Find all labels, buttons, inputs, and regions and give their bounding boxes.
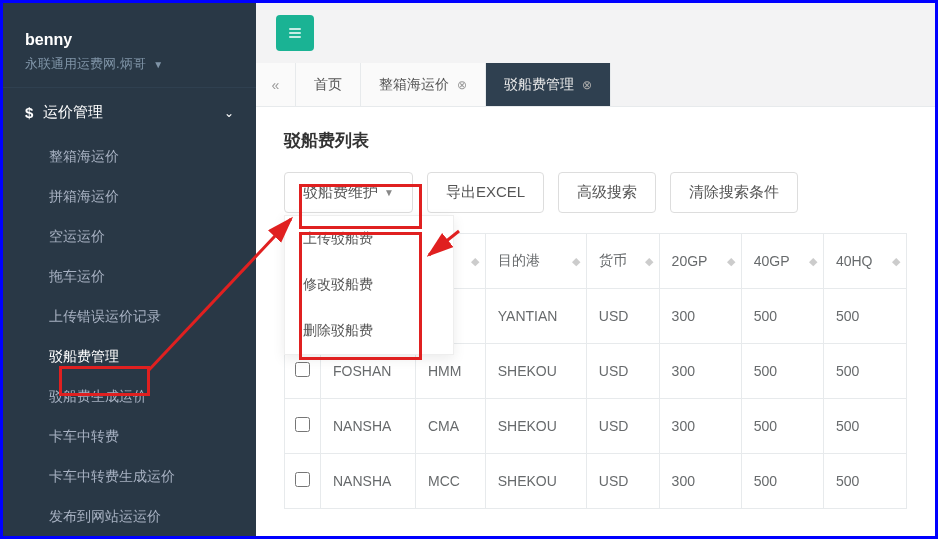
sort-icon: ◆ [471, 258, 479, 265]
cell-20gp: 300 [659, 454, 741, 509]
sidebar-item[interactable]: 上传错误运价记录 [3, 297, 256, 337]
sidebar-item[interactable]: 卡车中转费 [3, 417, 256, 457]
dropdown-item[interactable]: 上传驳船费 [285, 216, 453, 262]
export-excel-button[interactable]: 导出EXCEL [427, 172, 544, 213]
cell-destination: SHEKOU [485, 344, 586, 399]
cell-40gp: 500 [741, 344, 823, 399]
caret-down-icon: ▼ [384, 187, 394, 198]
dollar-icon: $ [25, 104, 33, 121]
cell-20gp: 300 [659, 289, 741, 344]
th-currency[interactable]: 货币◆ [586, 234, 659, 289]
sidebar-item[interactable]: 驳船费生成运价 [3, 377, 256, 417]
cell-currency: USD [586, 289, 659, 344]
sidebar-item[interactable]: 发布到网站运运价 [3, 497, 256, 537]
tab[interactable]: 整箱海运价⊗ [361, 63, 486, 106]
tab[interactable]: 首页 [296, 63, 361, 106]
cell-currency: USD [586, 344, 659, 399]
double-chevron-left-icon: « [272, 77, 280, 93]
cell-40hq: 500 [823, 399, 906, 454]
cell-currency: USD [586, 399, 659, 454]
panel-title: 驳船费列表 [284, 129, 907, 152]
maintain-dropdown-menu: 上传驳船费修改驳船费删除驳船费 [284, 215, 454, 355]
cell-40gp: 500 [741, 399, 823, 454]
th-40gp[interactable]: 40GP◆ [741, 234, 823, 289]
sort-icon: ◆ [645, 258, 653, 265]
sidebar-item[interactable]: 拼箱海运价 [3, 177, 256, 217]
cell-currency: USD [586, 454, 659, 509]
dropdown-item[interactable]: 删除驳船费 [285, 308, 453, 354]
chevron-down-icon: ⌄ [224, 106, 234, 120]
hamburger-button[interactable] [276, 15, 314, 51]
row-checkbox[interactable] [295, 362, 310, 377]
cell-origin: NANSHA [321, 399, 416, 454]
hamburger-icon [287, 26, 303, 40]
sidebar-section-freight[interactable]: $ 运价管理 ⌄ [3, 88, 256, 137]
th-destination[interactable]: 目的港◆ [485, 234, 586, 289]
cell-destination: SHEKOU [485, 454, 586, 509]
tab-label: 整箱海运价 [379, 76, 449, 94]
advanced-search-button[interactable]: 高级搜索 [558, 172, 656, 213]
cell-company: MCC [416, 454, 486, 509]
cell-destination: YANTIAN [485, 289, 586, 344]
cell-origin: NANSHA [321, 454, 416, 509]
sidebar-username: benny [25, 31, 234, 49]
tab-label: 首页 [314, 76, 342, 94]
sidebar-section-label: 运价管理 [43, 103, 103, 122]
sidebar-item[interactable]: 拖车运价 [3, 257, 256, 297]
caret-down-icon: ▼ [153, 59, 163, 70]
cell-destination: SHEKOU [485, 399, 586, 454]
clear-search-button[interactable]: 清除搜索条件 [670, 172, 798, 213]
tab[interactable]: 驳船费管理⊗ [486, 63, 611, 106]
cell-company: CMA [416, 399, 486, 454]
maintain-dropdown-button[interactable]: 驳船费维护 ▼ [284, 172, 413, 213]
table-row: NANSHACMASHEKOUUSD300500500 [285, 399, 907, 454]
sidebar-item[interactable]: 驳船费管理 [3, 337, 256, 377]
close-icon[interactable]: ⊗ [582, 78, 592, 92]
sidebar-company[interactable]: 永联通用运费网.炳哥 ▼ [25, 55, 234, 73]
close-icon[interactable]: ⊗ [457, 78, 467, 92]
content-panel: 驳船费列表 驳船费维护 ▼ 上传驳船费修改驳船费删除驳船费 导出EXCEL 高级… [256, 107, 935, 536]
cell-40gp: 500 [741, 454, 823, 509]
sort-icon: ◆ [892, 258, 900, 265]
tab-label: 驳船费管理 [504, 76, 574, 94]
table-row: NANSHAMCCSHEKOUUSD300500500 [285, 454, 907, 509]
sort-icon: ◆ [809, 258, 817, 265]
cell-40hq: 500 [823, 454, 906, 509]
dropdown-item[interactable]: 修改驳船费 [285, 262, 453, 308]
cell-20gp: 300 [659, 399, 741, 454]
sort-icon: ◆ [727, 258, 735, 265]
cell-20gp: 300 [659, 344, 741, 399]
tabs-back-button[interactable]: « [256, 63, 296, 106]
cell-40hq: 500 [823, 344, 906, 399]
sidebar: benny 永联通用运费网.炳哥 ▼ $ 运价管理 ⌄ 整箱海运价拼箱海运价空运… [3, 3, 256, 536]
th-40hq[interactable]: 40HQ◆ [823, 234, 906, 289]
sort-icon: ◆ [572, 258, 580, 265]
topbar [256, 3, 935, 63]
th-20gp[interactable]: 20GP◆ [659, 234, 741, 289]
toolbar: 驳船费维护 ▼ 上传驳船费修改驳船费删除驳船费 导出EXCEL 高级搜索 清除搜… [284, 172, 907, 213]
sidebar-item[interactable]: 卡车中转费生成运价 [3, 457, 256, 497]
tabs-bar: « 首页整箱海运价⊗驳船费管理⊗ [256, 63, 935, 107]
maintain-dropdown-label: 驳船费维护 [303, 183, 378, 202]
row-checkbox[interactable] [295, 417, 310, 432]
cell-40gp: 500 [741, 289, 823, 344]
sidebar-item[interactable]: 整箱海运价 [3, 137, 256, 177]
cell-40hq: 500 [823, 289, 906, 344]
row-checkbox[interactable] [295, 472, 310, 487]
sidebar-item[interactable]: 空运运价 [3, 217, 256, 257]
sidebar-company-text: 永联通用运费网.炳哥 [25, 56, 146, 71]
